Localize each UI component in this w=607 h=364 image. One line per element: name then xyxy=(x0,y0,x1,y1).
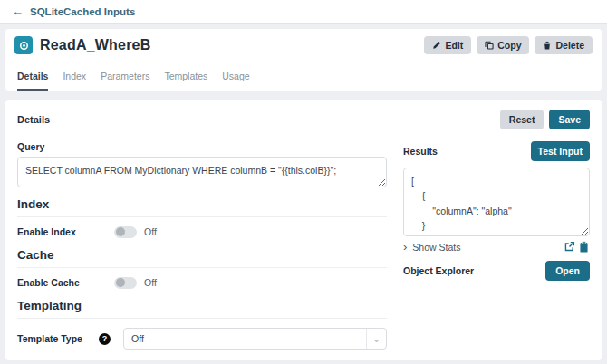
details-panel-head: Details Reset Save xyxy=(17,109,590,130)
top-bar: ← SQLiteCached Inputs xyxy=(0,0,607,24)
tab-index[interactable]: Index xyxy=(63,71,86,91)
enable-cache-label: Enable Cache xyxy=(17,277,114,288)
copy-results-button[interactable] xyxy=(578,241,590,253)
details-form-column: Query SELECT columnA FROM MyDictionary W… xyxy=(17,141,387,350)
enable-cache-toggle[interactable] xyxy=(114,277,137,289)
tab-parameters[interactable]: Parameters xyxy=(101,71,149,91)
tab-templates[interactable]: Templates xyxy=(164,71,207,91)
enable-index-row: Enable Index Off xyxy=(17,225,387,238)
enable-index-toggle[interactable] xyxy=(114,226,137,238)
tab-usage[interactable]: Usage xyxy=(222,71,249,91)
open-external-button[interactable] xyxy=(564,241,575,253)
chevron-right-icon: › xyxy=(403,241,407,253)
back-link-label: SQLiteCached Inputs xyxy=(30,6,135,17)
object-explorer-label: Object Explorer xyxy=(403,265,474,276)
trash-icon xyxy=(543,41,552,50)
details-card: Details Reset Save Query SELECT columnA … xyxy=(5,99,602,361)
cache-section-heading: Cache xyxy=(17,248,387,268)
index-section-heading: Index xyxy=(17,197,387,217)
template-type-label: Template Type xyxy=(17,333,99,344)
copy-button[interactable]: Copy xyxy=(477,36,529,54)
edit-button[interactable]: Edit xyxy=(424,36,471,54)
enable-index-label: Enable Index xyxy=(17,226,114,237)
test-input-button[interactable]: Test Input xyxy=(531,141,590,161)
query-source-icon xyxy=(14,36,33,54)
query-field-label: Query xyxy=(17,141,387,152)
back-link[interactable]: ← SQLiteCached Inputs xyxy=(12,5,135,17)
results-head: Results Test Input xyxy=(403,141,590,161)
title-row: ReadA_WhereB Edit Copy Delete xyxy=(5,29,602,62)
toggle-knob xyxy=(116,278,125,287)
details-content: Query SELECT columnA FROM MyDictionary W… xyxy=(17,141,590,350)
results-label: Results xyxy=(403,146,438,157)
show-stats-label: Show Stats xyxy=(412,242,460,253)
object-explorer-row: Object Explorer Open xyxy=(403,261,590,281)
help-icon[interactable]: ? xyxy=(99,333,111,345)
details-head-actions: Reset Save xyxy=(500,110,590,129)
templating-section-heading: Templating xyxy=(17,299,387,319)
show-stats-toggle[interactable]: › Show Stats xyxy=(403,241,460,253)
details-section-label: Details xyxy=(17,114,50,125)
enable-cache-state: Off xyxy=(144,277,157,288)
delete-button[interactable]: Delete xyxy=(535,36,593,54)
delete-button-label: Delete xyxy=(555,40,584,51)
enable-cache-row: Enable Cache Off xyxy=(17,276,387,289)
page-title: ReadA_WhereB xyxy=(40,37,150,53)
toggle-knob xyxy=(116,227,125,236)
enable-index-state: Off xyxy=(144,226,157,237)
title-actions: Edit Copy Delete xyxy=(424,36,593,54)
stats-row: › Show Stats xyxy=(403,241,590,253)
external-link-icon xyxy=(564,241,575,253)
results-actions xyxy=(564,241,590,253)
template-type-select[interactable]: Off ⌄ xyxy=(123,328,387,350)
reset-button[interactable]: Reset xyxy=(500,110,544,129)
tab-bar: Details Index Parameters Templates Usage xyxy=(5,62,602,91)
pencil-icon xyxy=(432,41,441,50)
results-output[interactable]: [ { "columnA": "alpha" } ] xyxy=(403,168,590,236)
query-input[interactable]: SELECT columnA FROM MyDictionary WHERE c… xyxy=(17,157,387,187)
edit-button-label: Edit xyxy=(445,40,463,51)
header-card: ReadA_WhereB Edit Copy Delete xyxy=(5,28,602,91)
results-column: Results Test Input [ { "columnA": "alpha… xyxy=(403,141,590,350)
template-type-row: Template Type ? Off ⌄ xyxy=(17,328,387,350)
template-type-selected-value: Off xyxy=(131,333,144,344)
chevron-down-icon: ⌄ xyxy=(366,329,386,349)
copy-icon xyxy=(485,41,494,50)
back-arrow-icon: ← xyxy=(12,5,24,17)
object-explorer-open-button[interactable]: Open xyxy=(545,261,590,281)
copy-button-label: Copy xyxy=(497,40,521,51)
clipboard-icon xyxy=(578,241,590,253)
tab-details[interactable]: Details xyxy=(17,71,48,91)
save-button[interactable]: Save xyxy=(549,110,590,129)
